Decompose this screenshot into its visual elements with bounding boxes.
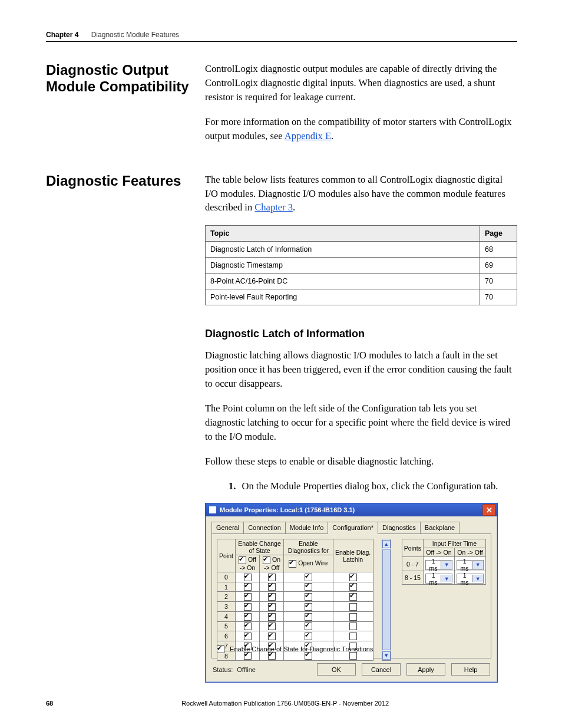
chevron-down-icon[interactable]: ▼ [472, 561, 483, 569]
checkbox[interactable] [305, 583, 312, 591]
filter-time-select[interactable]: 1 ms▼ [425, 560, 452, 570]
tab-general[interactable]: General [211, 522, 244, 534]
chevron-down-icon[interactable]: ▼ [472, 575, 483, 582]
configuration-panel: PointEnable Change of StateEnable Diagno… [211, 533, 491, 658]
checkbox[interactable] [349, 652, 357, 660]
scroll-down-icon[interactable]: ▼ [382, 651, 391, 660]
help-button[interactable]: Help [451, 663, 490, 676]
chapter-3-link[interactable]: Chapter 3 [254, 202, 293, 213]
tab-connection[interactable]: Connection [243, 522, 286, 534]
body-text: Diagnostic latching allows diagnostic I/… [205, 348, 517, 391]
table-row: Diagnostic Timestamp69 [206, 258, 517, 274]
chapter-label: Chapter 4 [46, 31, 78, 39]
checkbox[interactable] [305, 574, 312, 581]
cancel-button[interactable]: Cancel [362, 663, 401, 676]
topics-header-page: Page [480, 226, 517, 242]
tab-diagnostics[interactable]: Diagnostics [378, 522, 421, 534]
table-row: Diagnostic Latch of Information68 [206, 242, 517, 258]
checkbox[interactable] [239, 556, 246, 564]
checkbox[interactable] [305, 652, 312, 660]
table-row: 5 [217, 621, 373, 631]
point-config-grid: PointEnable Change of StateEnable Diagno… [217, 539, 373, 661]
checkbox[interactable] [244, 603, 252, 611]
tab-backplane[interactable]: Backplane [420, 522, 459, 534]
table-row: 0 [217, 572, 373, 582]
checkbox[interactable] [268, 652, 276, 660]
checkbox[interactable] [349, 583, 357, 591]
body-text: The Point column on the left side of the… [205, 401, 517, 444]
checkbox[interactable] [268, 633, 276, 640]
col-filter-onoff: On -> Off [455, 548, 486, 557]
col-group-cos: Enable Change of State [235, 539, 283, 555]
checkbox[interactable] [244, 574, 252, 581]
checkbox[interactable] [244, 622, 252, 630]
checkbox[interactable] [349, 633, 357, 640]
scroll-up-icon[interactable]: ▲ [382, 540, 391, 548]
checkbox[interactable] [289, 560, 296, 568]
checkbox[interactable] [305, 633, 312, 640]
table-row: 2 [217, 592, 373, 602]
checkbox[interactable] [349, 603, 357, 611]
point-id: 4 [217, 611, 236, 621]
col-point: Point [217, 539, 236, 572]
col-offon: Off -> On [235, 555, 259, 572]
points-range: 0 - 7 [402, 557, 423, 571]
point-id: 2 [217, 592, 236, 602]
col-openwire: Open Wire [284, 555, 333, 572]
checkbox[interactable] [349, 613, 357, 621]
running-header: Chapter 4 Diagnostic Module Features [46, 31, 517, 39]
checkbox[interactable] [349, 622, 357, 630]
enable-cos-diag-checkbox[interactable] [217, 645, 224, 653]
enable-cos-diag-label: Enable Change of State for Diagnostic Tr… [230, 645, 373, 653]
body-text: ControlLogix diagnostic output modules a… [205, 62, 517, 104]
dialog-title: Module Properties: Local:1 (1756-IB16D 3… [220, 506, 355, 513]
table-cell: 8-Point AC/16-Point DC [206, 274, 480, 289]
checkbox[interactable] [268, 622, 276, 630]
checkbox[interactable] [244, 633, 252, 640]
body-text-span: The table below lists features common to… [205, 174, 505, 213]
col-group-diag: Enable Diagnostics for [284, 539, 333, 555]
subsection-heading-latch: Diagnostic Latch of Information [205, 328, 517, 340]
filter-time-select[interactable]: 1 ms▼ [425, 574, 452, 584]
appendix-e-link[interactable]: Appendix E [285, 130, 331, 141]
filter-time-select[interactable]: 1 ms▼ [457, 560, 484, 570]
checkbox[interactable] [244, 652, 252, 660]
filter-time-select[interactable]: 1 ms▼ [457, 574, 484, 584]
step-number: 1. [229, 480, 236, 492]
tab-configuration[interactable]: Configuration* [328, 522, 378, 534]
chevron-down-icon[interactable]: ▼ [441, 575, 452, 582]
checkbox[interactable] [268, 603, 276, 611]
table-cell: 69 [480, 258, 517, 274]
ok-button[interactable]: OK [317, 663, 356, 676]
checkbox[interactable] [244, 583, 252, 591]
dialog-titlebar[interactable]: Module Properties: Local:1 (1756-IB16D 3… [206, 503, 497, 516]
body-text: Follow these steps to enable or disable … [205, 454, 517, 469]
step-1: 1. On the Module Properties dialog box, … [229, 479, 517, 493]
checkbox[interactable] [268, 583, 276, 591]
scroll-thumb[interactable] [382, 549, 391, 650]
checkbox[interactable] [263, 556, 270, 564]
input-filter-grid: PointsInput Filter TimeOff -> OnOn -> Of… [402, 539, 486, 585]
checkbox[interactable] [305, 613, 312, 621]
tab-module-info[interactable]: Module Info [285, 522, 328, 534]
apply-button[interactable]: Apply [406, 663, 445, 676]
close-icon[interactable]: ✕ [482, 504, 495, 516]
checkbox[interactable] [349, 593, 357, 601]
chapter-title: Diagnostic Module Features [91, 31, 179, 39]
checkbox[interactable] [349, 574, 357, 581]
point-id: 1 [217, 582, 236, 592]
table-row: 3 [217, 602, 373, 612]
grid-scrollbar[interactable]: ▲ ▼ [382, 539, 391, 661]
checkbox[interactable] [268, 613, 276, 621]
body-text: For more information on the compatibilit… [205, 115, 517, 143]
checkbox[interactable] [244, 613, 252, 621]
checkbox[interactable] [305, 622, 312, 630]
checkbox[interactable] [305, 603, 312, 611]
checkbox[interactable] [268, 574, 276, 581]
checkbox[interactable] [268, 593, 276, 601]
body-text-span: . [293, 202, 295, 213]
checkbox[interactable] [244, 593, 252, 601]
chevron-down-icon[interactable]: ▼ [441, 561, 452, 569]
checkbox[interactable] [305, 593, 312, 601]
table-row: 4 [217, 611, 373, 621]
